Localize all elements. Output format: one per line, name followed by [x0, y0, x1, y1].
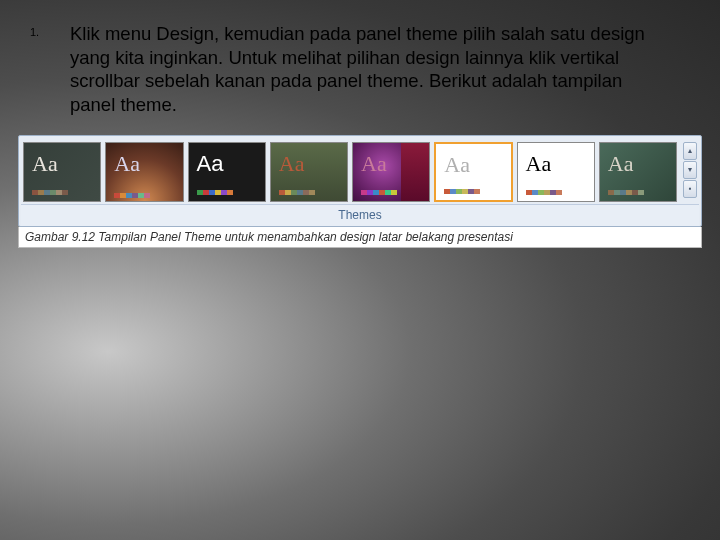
theme-aa-sample: Aa — [444, 152, 470, 178]
themes-panel: Aa Aa Aa Aa Aa Aa Aa Aa ▴ ▾ ▪ Themes — [18, 135, 702, 227]
theme-aa-sample: Aa — [32, 151, 58, 177]
theme-aa-sample: Aa — [526, 151, 552, 177]
figure-caption: Gambar 9.12 Tampilan Panel Theme untuk m… — [18, 227, 702, 248]
theme-thumbnail-3[interactable]: Aa — [188, 142, 266, 202]
theme-thumbnail-2[interactable]: Aa — [105, 142, 183, 202]
scroll-up-button[interactable]: ▴ — [683, 142, 697, 160]
theme-thumbnail-7[interactable]: Aa — [517, 142, 595, 202]
scroll-down-button[interactable]: ▾ — [683, 161, 697, 179]
instruction-text: Klik menu Design, kemudian pada panel th… — [70, 22, 690, 117]
theme-thumbnail-5[interactable]: Aa — [352, 142, 430, 202]
theme-aa-sample: Aa — [114, 151, 140, 177]
theme-thumbnail-6-selected[interactable]: Aa — [434, 142, 512, 202]
theme-aa-sample: Aa — [279, 151, 305, 177]
theme-thumbnail-4[interactable]: Aa — [270, 142, 348, 202]
themes-scrollbar: ▴ ▾ ▪ — [683, 142, 697, 202]
theme-aa-sample: Aa — [608, 151, 634, 177]
theme-thumbnail-1[interactable]: Aa — [23, 142, 101, 202]
theme-aa-sample: Aa — [197, 151, 224, 177]
themes-panel-label: Themes — [21, 204, 699, 226]
scroll-more-button[interactable]: ▪ — [683, 180, 697, 198]
theme-aa-sample: Aa — [361, 151, 387, 177]
theme-thumbnail-8[interactable]: Aa — [599, 142, 677, 202]
list-number: 1. — [30, 22, 70, 117]
theme-thumbnails-row: Aa Aa Aa Aa Aa Aa Aa Aa ▴ ▾ ▪ — [21, 140, 699, 204]
